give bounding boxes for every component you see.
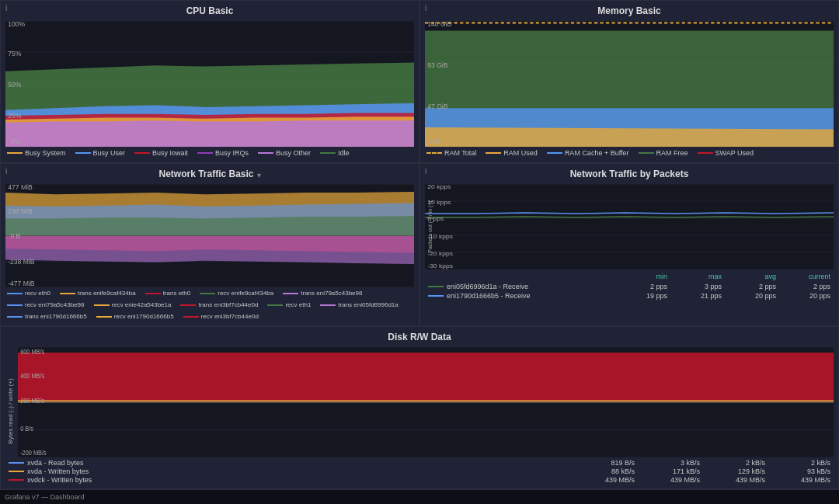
legend-swap-used: SWAP Used — [698, 149, 754, 157]
legend-label-recv-eni3bf: recv eni3bf7cb44e0d — [201, 313, 259, 320]
legend-busy-user: Busy User — [75, 149, 126, 157]
svg-text:600 MB/s: 600 MB/s — [20, 347, 45, 356]
legend-color-busy-iowait — [134, 152, 150, 154]
network-traffic-dropdown-icon[interactable]: ▾ — [257, 171, 261, 179]
packet-eni05-avg: 2 pps — [722, 283, 776, 290]
packet-eni05-max: 3 pps — [667, 283, 722, 290]
svg-text:-477 MiB: -477 MiB — [8, 280, 35, 287]
legend-label-trans-eth0: trans eth0 — [163, 290, 191, 297]
legend-recv-eni79a: recv eni79a5c43be98 — [7, 301, 85, 308]
svg-text:Packets out (-) / in (+): Packets out (-) / in (+) — [426, 200, 433, 252]
svg-text:47 GiB: 47 GiB — [427, 103, 447, 111]
svg-text:20 kpps: 20 kpps — [427, 184, 451, 190]
legend-label-ram-total: RAM Total — [444, 149, 476, 157]
legend-recv-eni3bf: recv eni3bf7cb44e0d — [183, 313, 259, 320]
legend-label-recv-enie42a: recv enie42a543be1a — [112, 301, 172, 308]
packet-eni179-max: 21 pps — [667, 292, 722, 300]
memory-chart: 140 GiB 93 GiB 47 GiB 0 B 10:40 10:41 10… — [425, 21, 834, 147]
disk-xvdck-write-v4: 439 MB/s — [768, 476, 830, 484]
memory-legend: RAM Total RAM Used RAM Cache + Buffer RA… — [423, 147, 835, 159]
disk-xvda-read-color — [9, 462, 24, 464]
disk-xvda-read-text: xvda - Read bytes — [27, 459, 84, 467]
svg-text:93 GiB: 93 GiB — [427, 61, 447, 69]
packet-row-eni179-text: eni1790d1666b5 - Receive — [447, 292, 531, 300]
svg-text:0%: 0% — [10, 137, 19, 146]
legend-color-ram-free — [639, 152, 654, 154]
legend-trans-eth0: trans eth0 — [145, 290, 191, 297]
legend-label-busy-irqs: Busy IRQs — [215, 149, 249, 157]
svg-text:-200 MB/s: -200 MB/s — [20, 448, 47, 457]
cpu-svg: 100% 75% 50% 25% 0% 10:40 10:41 10:42 10… — [5, 21, 414, 147]
network-packets-chart: 20 kpps 10 kpps 0 pps -10 kpps -20 kpps … — [425, 184, 834, 269]
svg-marker-30 — [425, 127, 834, 147]
disk-panel: Disk R/W Data Bytes read (-) / write (+) — [0, 326, 839, 489]
memory-title: Memory Basic — [423, 4, 835, 19]
legend-label-idle: Idle — [338, 149, 350, 157]
memory-info-icon: i — [425, 4, 426, 12]
network-traffic-title: Network Traffic Basic — [158, 167, 253, 182]
legend-color-busy-system — [7, 152, 23, 154]
disk-title: Disk R/W Data — [4, 330, 835, 346]
legend-ram-used: RAM Used — [486, 149, 538, 157]
svg-text:400 MB/s: 400 MB/s — [20, 371, 45, 380]
legend-color-swap-used — [698, 152, 713, 154]
disk-xvda-write-v4: 93 kB/s — [768, 468, 830, 475]
disk-xvdck-write-color — [9, 479, 24, 481]
packet-eni179-current: 20 pps — [776, 292, 830, 300]
svg-marker-93 — [18, 353, 834, 402]
cpu-info-icon: i — [5, 4, 7, 12]
legend-color-recv-eth0 — [7, 293, 23, 294]
disk-row-xvda-read: xvda - Read bytes 819 B/s 3 kB/s 2 kB/s … — [9, 459, 830, 467]
legend-label-ram-cache: RAM Cache + Buffer — [565, 149, 629, 157]
legend-trans-eni79a: trans eni79a5c43be98 — [283, 290, 362, 297]
disk-xvda-read-v3: 2 kB/s — [703, 459, 765, 467]
legend-color-trans-eni179 — [7, 316, 23, 318]
legend-label-trans-eni05: trans eni05fd6996d1a — [338, 301, 398, 308]
legend-color-recv-eni9ca — [200, 293, 215, 294]
bottom-bar: Grafana v7 — Dashboard — [0, 489, 839, 504]
svg-text:238 MiB: 238 MiB — [8, 207, 33, 215]
svg-marker-52 — [5, 236, 414, 265]
network-traffic-legend: recv eth0 trans enife9caf434ba trans eth… — [4, 287, 416, 322]
disk-xvdck-write-v2: 439 MB/s — [638, 476, 700, 484]
disk-xvdck-write-v3: 439 MB/s — [703, 476, 765, 484]
legend-color-trans-eni05 — [320, 304, 336, 306]
packets-current-header: current — [776, 273, 830, 280]
packet-eni179-min: 19 pps — [613, 292, 667, 300]
packet-row-eni05-color — [428, 286, 444, 287]
legend-recv-enie42a: recv enie42a543be1a — [94, 301, 172, 308]
legend-trans-eni9ca: trans enife9caf434ba — [60, 290, 136, 297]
legend-label-busy-other: Busy Other — [276, 149, 311, 157]
network-traffic-panel: i Network Traffic Basic ▾ — [0, 163, 420, 326]
svg-marker-9 — [5, 120, 414, 147]
packet-eni05-current: 2 pps — [776, 283, 830, 290]
disk-xvda-write-color — [9, 471, 24, 472]
disk-y-axis-label: Bytes read (-) / write (+) — [7, 373, 14, 450]
legend-label-recv-eni9ca: recv enife9caf434ba — [218, 290, 273, 297]
legend-color-busy-user — [75, 152, 91, 154]
legend-label-ram-used: RAM Used — [503, 149, 538, 157]
svg-text:200 MB/s: 200 MB/s — [20, 396, 45, 405]
disk-row-xvda-write-label: xvda - Written bytes — [9, 468, 569, 475]
memory-panel: i Memory Basic 140 GiB 93 GiB 47 GiB — [420, 0, 839, 163]
legend-color-trans-eni79a — [283, 293, 298, 294]
packet-row-eni179-label: eni1790d1666b5 - Receive — [428, 292, 613, 300]
packets-min-header: min — [613, 273, 667, 280]
packet-row-eni05-text: eni05fd6996d1a - Receive — [447, 283, 528, 290]
network-packets-table: min max avg current eni05fd6996d1a - Rec… — [423, 269, 835, 302]
legend-ram-free: RAM Free — [639, 149, 688, 157]
legend-color-recv-eth1 — [267, 304, 283, 306]
legend-label-recv-eni179: recv eni1790d1666b5 — [114, 313, 174, 320]
disk-xvda-write-text: xvda - Written bytes — [27, 468, 89, 475]
legend-color-recv-eni179 — [96, 316, 112, 318]
svg-text:0 B: 0 B — [10, 232, 20, 240]
legend-label-swap-used: SWAP Used — [715, 149, 754, 157]
dashboard: i CPU Basic 100% — [0, 0, 839, 489]
legend-label-busy-system: Busy System — [25, 149, 66, 157]
packet-row-eni179-color — [428, 295, 444, 297]
disk-xvda-write-v2: 171 kB/s — [638, 468, 700, 475]
legend-label-recv-eth0: recv eth0 — [25, 290, 50, 297]
network-packets-title: Network Traffic by Packets — [423, 167, 835, 182]
legend-color-trans-eni3bf — [180, 304, 196, 306]
disk-xvdck-write-text: xvdck - Written bytes — [27, 476, 92, 484]
